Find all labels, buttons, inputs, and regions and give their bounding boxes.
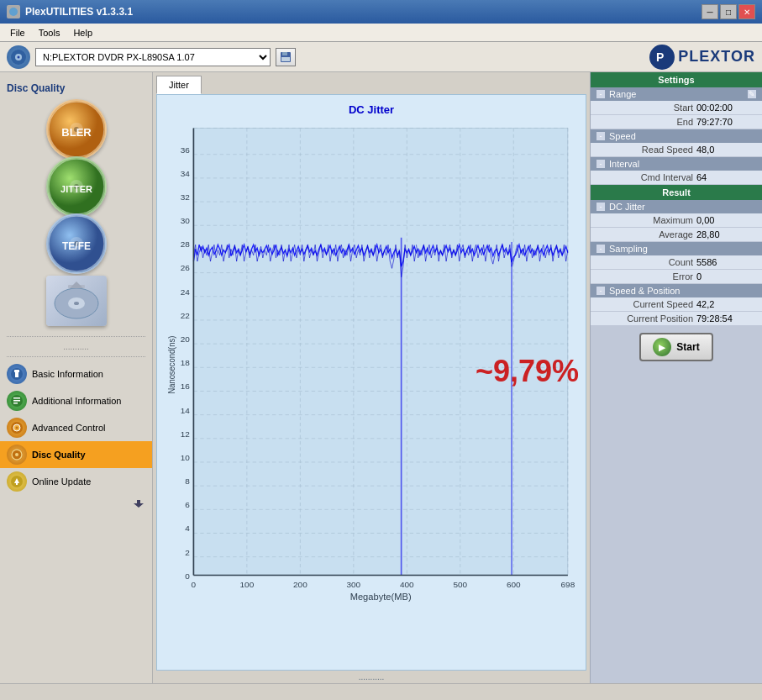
read-speed-value: 48,0 (696, 145, 755, 155)
plextor-logo-text: PLEXTOR (678, 48, 755, 66)
sampling-label: Sampling (609, 244, 648, 254)
device-select[interactable]: N:PLEXTOR DVDR PX-L890SA 1.07 (35, 48, 271, 66)
window-controls: ─ □ ✕ (702, 4, 755, 19)
count-row: Count 5586 (591, 255, 762, 270)
eject-icon-button[interactable] (34, 276, 118, 326)
sampling-collapse-btn[interactable]: - (596, 244, 606, 254)
advanced-control-label: Advanced Control (32, 423, 105, 433)
current-pos-value: 79:28:54 (696, 313, 755, 324)
jitter-icon-button[interactable]: JITTER (34, 161, 118, 212)
chart-container: DC Jitter (156, 94, 586, 671)
save-button[interactable] (276, 48, 296, 66)
range-edit-btn[interactable]: ✎ (747, 89, 757, 99)
disc-icons: BLER (0, 101, 152, 333)
device-bar: N:PLEXTOR DVDR PX-L890SA 1.07 P PLEXTOR (0, 42, 762, 72)
svg-text:Nanosecond(ns): Nanosecond(ns) (167, 336, 176, 394)
cmd-interval-label: Cmd Interval (597, 172, 693, 182)
menu-tools[interactable]: Tools (32, 26, 67, 39)
svg-text:8: 8 (185, 476, 190, 486)
svg-text:100: 100 (240, 580, 255, 589)
svg-text:24: 24 (181, 287, 191, 297)
speed-pos-label: Speed & Position (609, 286, 680, 296)
status-bar (0, 683, 762, 700)
svg-marker-42 (134, 500, 144, 508)
cmd-interval-value: 64 (696, 172, 755, 182)
svg-rect-5 (282, 52, 287, 55)
eject-disc-icon (46, 276, 107, 326)
svg-text:26: 26 (181, 264, 190, 273)
svg-text:TE/FE: TE/FE (61, 240, 90, 252)
svg-text:0: 0 (192, 580, 197, 589)
error-label: Error (597, 271, 693, 282)
tab-bar: Jitter (153, 72, 590, 94)
bler-icon-button[interactable]: BLER (34, 104, 118, 155)
settings-header: Settings (591, 72, 762, 87)
menu-bar: File Tools Help (0, 24, 762, 42)
range-end-value: 79:27:70 (696, 117, 755, 127)
maximum-label: Maximum (597, 215, 693, 225)
dc-jitter-collapse-btn[interactable]: - (596, 202, 606, 212)
maximum-row: Maximum 0,00 (591, 213, 762, 228)
svg-text:698: 698 (561, 580, 575, 589)
app-icon (7, 5, 20, 18)
svg-point-3 (18, 55, 20, 58)
svg-text:16: 16 (181, 382, 190, 392)
tab-jitter[interactable]: Jitter (156, 76, 202, 94)
speed-pos-collapse-btn[interactable]: - (596, 286, 606, 296)
sampling-section-header: - Sampling (591, 242, 762, 255)
chart-bottom-dots: ........... (153, 671, 590, 683)
right-panel: Settings - Range ✎ Start 00:02:00 End 79… (590, 72, 762, 683)
svg-text:600: 600 (507, 580, 521, 589)
sidebar-item-additional-info[interactable]: Additional Information (0, 387, 152, 414)
svg-text:22: 22 (181, 311, 190, 320)
menu-file[interactable]: File (3, 26, 32, 39)
error-row: Error 0 (591, 270, 762, 284)
svg-text:500: 500 (453, 580, 467, 589)
start-button[interactable]: ▶ Start (639, 333, 712, 361)
sidebar-item-online-update[interactable]: Online Update (0, 468, 152, 495)
current-speed-row: Current Speed 42,2 (591, 297, 762, 312)
online-update-icon (7, 471, 27, 492)
svg-rect-40 (16, 483, 18, 485)
start-icon: ▶ (653, 338, 671, 356)
speed-label: Speed (609, 131, 636, 141)
sidebar-item-advanced-control[interactable]: Advanced Control (0, 414, 152, 441)
average-value: 28,80 (696, 229, 755, 239)
close-button[interactable]: ✕ (738, 4, 755, 19)
interval-collapse-btn[interactable]: - (596, 159, 606, 169)
current-pos-label: Current Position (597, 313, 693, 324)
menu-help[interactable]: Help (66, 26, 99, 39)
minimize-button[interactable]: ─ (702, 4, 718, 19)
interval-label: Interval (609, 159, 639, 169)
tefe-icon-button[interactable]: TE/FE (34, 218, 118, 269)
tefe-disc-icon: TE/FE (46, 213, 107, 274)
device-icon (7, 45, 30, 69)
svg-text:28: 28 (181, 240, 190, 250)
cmd-interval-row: Cmd Interval 64 (591, 171, 762, 185)
sidebar-expand-btn[interactable] (0, 495, 152, 512)
range-collapse-btn[interactable]: - (596, 89, 606, 99)
svg-point-23 (74, 302, 79, 305)
maximize-button[interactable]: □ (720, 4, 737, 19)
svg-text:Megabyte(MB): Megabyte(MB) (350, 592, 412, 602)
svg-text:32: 32 (181, 192, 190, 202)
count-label: Count (597, 257, 693, 267)
additional-info-icon (7, 391, 27, 411)
bler-disc-icon: BLER (46, 99, 107, 160)
dc-jitter-section-header: - DC Jitter (591, 200, 762, 213)
svg-text:10: 10 (181, 453, 191, 462)
svg-rect-27 (15, 371, 18, 377)
sidebar-item-basic-info[interactable]: Basic Information (0, 361, 152, 387)
app-title: PlexUTILITIES v1.3.3.1 (25, 6, 133, 18)
svg-text:30: 30 (181, 216, 191, 225)
plextor-logo-circle: P (649, 45, 675, 70)
speed-collapse-btn[interactable]: - (596, 131, 606, 141)
range-start-label: Start (597, 103, 693, 113)
plextor-logo: P PLEXTOR (649, 45, 755, 70)
svg-text:12: 12 (181, 429, 190, 439)
svg-text:4: 4 (185, 524, 190, 534)
range-end-label: End (597, 117, 693, 127)
title-left: PlexUTILITIES v1.3.3.1 (7, 5, 133, 18)
svg-text:200: 200 (293, 580, 307, 589)
sidebar-item-disc-quality[interactable]: Disc Quality (0, 441, 152, 468)
